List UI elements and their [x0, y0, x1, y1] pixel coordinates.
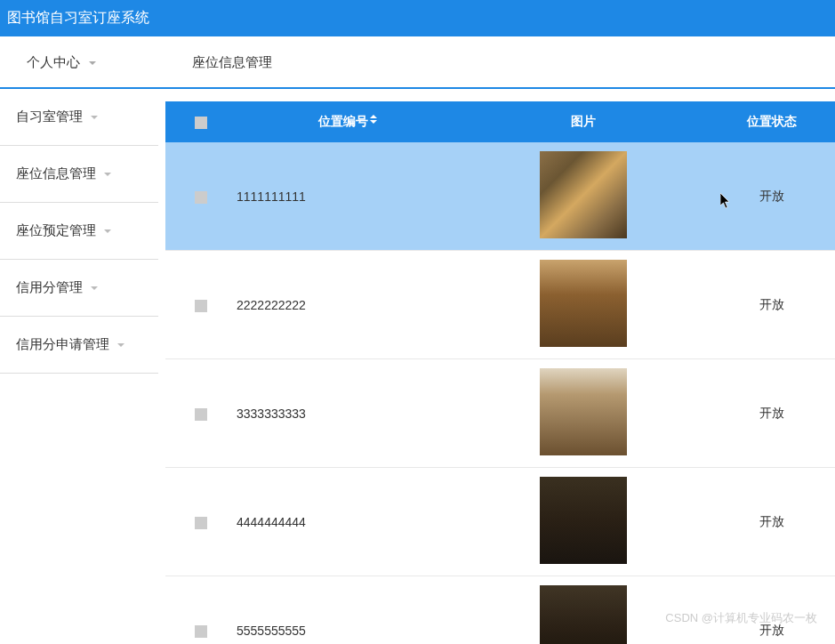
row-checkbox-cell[interactable] [165, 359, 237, 468]
table-row[interactable]: 5555555555开放 [165, 576, 835, 645]
content-area: 位置编号 图片 位置状态 1111111111开放2222222222开放333… [158, 89, 835, 644]
seat-table: 位置编号 图片 位置状态 1111111111开放2222222222开放333… [165, 101, 835, 644]
library-image-icon[interactable] [540, 151, 627, 238]
row-id-cell: 3333333333 [237, 359, 459, 468]
table-body: 1111111111开放2222222222开放3333333333开放4444… [165, 142, 835, 644]
table-header-row: 位置编号 图片 位置状态 [165, 101, 835, 142]
row-checkbox[interactable] [195, 408, 207, 421]
row-status-cell: 开放 [708, 359, 835, 468]
sidebar-item-credit-mgmt[interactable]: 信用分管理 [0, 260, 158, 317]
row-id-cell: 1111111111 [237, 142, 459, 251]
select-all-checkbox[interactable] [195, 117, 207, 129]
row-checkbox[interactable] [195, 517, 207, 529]
row-status-cell: 开放 [708, 142, 835, 251]
row-checkbox-cell[interactable] [165, 468, 237, 576]
row-checkbox-cell[interactable] [165, 142, 237, 251]
main-layout: 自习室管理 座位信息管理 座位预定管理 信用分管理 信用分申请管理 位置编号 [0, 89, 835, 644]
top-nav: 个人中心 座位信息管理 [0, 36, 835, 89]
row-image-cell [459, 576, 708, 645]
top-nav-personal-center[interactable]: 个人中心 [0, 54, 123, 71]
row-image-cell [459, 142, 708, 251]
library-image-icon[interactable] [540, 477, 627, 564]
table-row[interactable]: 1111111111开放 [165, 142, 835, 251]
library-image-icon[interactable] [540, 368, 627, 455]
sidebar-item-study-room-mgmt[interactable]: 自习室管理 [0, 89, 158, 146]
row-status-cell: 开放 [708, 468, 835, 576]
row-checkbox-cell[interactable] [165, 251, 237, 359]
sidebar-item-seat-reserve-mgmt[interactable]: 座位预定管理 [0, 203, 158, 260]
row-checkbox[interactable] [195, 300, 207, 312]
row-image-cell [459, 251, 708, 359]
row-checkbox-cell[interactable] [165, 576, 237, 645]
row-image-cell [459, 468, 708, 576]
sidebar: 自习室管理 座位信息管理 座位预定管理 信用分管理 信用分申请管理 [0, 89, 158, 644]
row-checkbox[interactable] [195, 625, 207, 638]
row-checkbox[interactable] [195, 191, 207, 204]
row-id-cell: 5555555555 [237, 576, 459, 645]
row-status-cell: 开放 [708, 251, 835, 359]
top-nav-seat-info-mgmt[interactable]: 座位信息管理 [165, 54, 299, 71]
table-row[interactable]: 3333333333开放 [165, 359, 835, 468]
table-row[interactable]: 2222222222开放 [165, 251, 835, 359]
row-status-cell: 开放 [708, 576, 835, 645]
sidebar-item-credit-apply-mgmt[interactable]: 信用分申请管理 [0, 317, 158, 374]
library-image-icon[interactable] [540, 260, 627, 347]
row-id-cell: 4444444444 [237, 468, 459, 576]
app-title: 图书馆自习室订座系统 [7, 10, 149, 25]
row-image-cell [459, 359, 708, 468]
table-header-id[interactable]: 位置编号 [237, 101, 459, 142]
table-row[interactable]: 4444444444开放 [165, 468, 835, 576]
library-image-icon[interactable] [540, 585, 627, 644]
table-header-image: 图片 [459, 101, 708, 142]
row-id-cell: 2222222222 [237, 251, 459, 359]
app-header: 图书馆自习室订座系统 [0, 0, 835, 36]
table-header-checkbox[interactable] [165, 101, 237, 142]
table-header-status: 位置状态 [708, 101, 835, 142]
sidebar-item-seat-info-mgmt[interactable]: 座位信息管理 [0, 146, 158, 203]
